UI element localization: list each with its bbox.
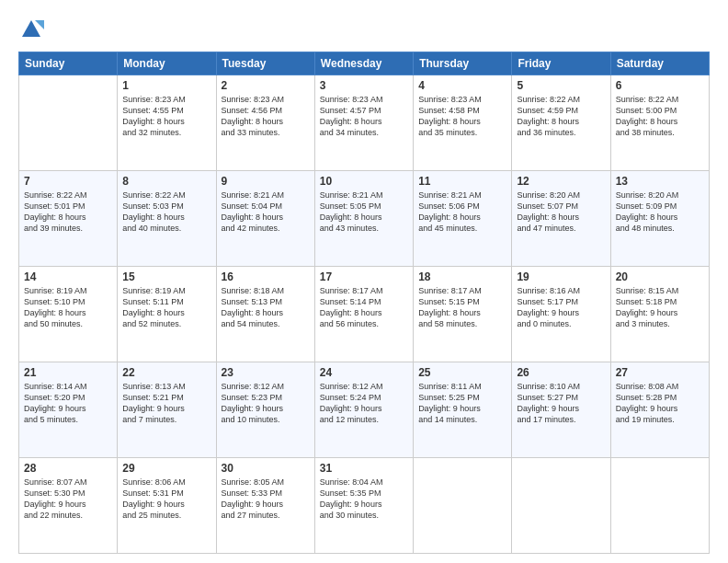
day-number: 30 [222,462,310,475]
calendar-cell [610,458,709,554]
calendar-cell: 8Sunrise: 8:22 AM Sunset: 5:03 PM Daylig… [118,171,216,267]
day-info: Sunrise: 8:22 AM Sunset: 4:59 PM Dayligh… [517,94,605,139]
calendar-cell: 26Sunrise: 8:10 AM Sunset: 5:27 PM Dayli… [512,362,610,458]
day-info: Sunrise: 8:23 AM Sunset: 4:55 PM Dayligh… [122,94,210,139]
day-number: 5 [517,79,605,92]
day-number: 14 [24,270,112,283]
calendar-week-2: 7Sunrise: 8:22 AM Sunset: 5:01 PM Daylig… [19,171,710,267]
calendar-cell: 23Sunrise: 8:12 AM Sunset: 5:23 PM Dayli… [216,362,314,458]
calendar-cell: 27Sunrise: 8:08 AM Sunset: 5:28 PM Dayli… [610,362,709,458]
day-number: 15 [122,270,210,283]
day-number: 2 [222,79,310,92]
calendar-cell: 31Sunrise: 8:04 AM Sunset: 5:35 PM Dayli… [314,458,413,554]
day-info: Sunrise: 8:23 AM Sunset: 4:58 PM Dayligh… [418,94,506,139]
calendar-cell: 7Sunrise: 8:22 AM Sunset: 5:01 PM Daylig… [19,171,118,267]
day-number: 29 [122,462,210,475]
day-info: Sunrise: 8:21 AM Sunset: 5:04 PM Dayligh… [222,190,310,235]
day-info: Sunrise: 8:22 AM Sunset: 5:00 PM Dayligh… [616,94,704,139]
day-number: 19 [517,270,605,283]
calendar-cell: 22Sunrise: 8:13 AM Sunset: 5:21 PM Dayli… [118,362,216,458]
calendar-cell: 19Sunrise: 8:16 AM Sunset: 5:17 PM Dayli… [512,267,610,362]
calendar-cell: 14Sunrise: 8:19 AM Sunset: 5:10 PM Dayli… [19,267,118,362]
day-number: 10 [320,175,408,188]
calendar-cell [414,458,512,554]
calendar-cell: 16Sunrise: 8:18 AM Sunset: 5:13 PM Dayli… [216,267,314,362]
day-number: 6 [616,79,704,92]
day-info: Sunrise: 8:22 AM Sunset: 5:03 PM Dayligh… [122,190,210,235]
calendar-cell: 21Sunrise: 8:14 AM Sunset: 5:20 PM Dayli… [19,362,118,458]
day-number: 3 [320,79,408,92]
svg-marker-1 [35,20,44,29]
day-info: Sunrise: 8:10 AM Sunset: 5:27 PM Dayligh… [517,381,605,426]
calendar-cell: 20Sunrise: 8:15 AM Sunset: 5:18 PM Dayli… [610,267,709,362]
day-number: 1 [122,79,210,92]
calendar-cell: 17Sunrise: 8:17 AM Sunset: 5:14 PM Dayli… [314,267,413,362]
day-info: Sunrise: 8:21 AM Sunset: 5:05 PM Dayligh… [320,190,408,235]
calendar-header-saturday: Saturday [610,52,709,75]
day-info: Sunrise: 8:16 AM Sunset: 5:17 PM Dayligh… [517,285,605,330]
day-number: 23 [222,366,310,379]
day-number: 16 [222,270,310,283]
day-info: Sunrise: 8:20 AM Sunset: 5:07 PM Dayligh… [517,190,605,235]
calendar-header-monday: Monday [118,52,216,75]
day-info: Sunrise: 8:22 AM Sunset: 5:01 PM Dayligh… [24,190,112,235]
logo [18,17,48,42]
calendar-cell [19,75,118,171]
calendar-cell: 18Sunrise: 8:17 AM Sunset: 5:15 PM Dayli… [414,267,512,362]
day-number: 31 [320,462,408,475]
day-number: 22 [122,366,210,379]
day-info: Sunrise: 8:13 AM Sunset: 5:21 PM Dayligh… [122,381,210,426]
calendar-week-1: 1Sunrise: 8:23 AM Sunset: 4:55 PM Daylig… [19,75,710,171]
day-info: Sunrise: 8:04 AM Sunset: 5:35 PM Dayligh… [320,477,408,522]
day-info: Sunrise: 8:21 AM Sunset: 5:06 PM Dayligh… [418,190,506,235]
calendar-cell: 24Sunrise: 8:12 AM Sunset: 5:24 PM Dayli… [314,362,413,458]
calendar-cell: 30Sunrise: 8:05 AM Sunset: 5:33 PM Dayli… [216,458,314,554]
day-info: Sunrise: 8:20 AM Sunset: 5:09 PM Dayligh… [616,190,704,235]
day-number: 18 [418,270,506,283]
day-number: 7 [24,175,112,188]
day-info: Sunrise: 8:19 AM Sunset: 5:11 PM Dayligh… [122,285,210,330]
calendar-header-friday: Friday [512,52,610,75]
day-info: Sunrise: 8:23 AM Sunset: 4:56 PM Dayligh… [222,94,310,139]
day-number: 11 [418,175,506,188]
calendar-header-sunday: Sunday [19,52,118,75]
day-info: Sunrise: 8:08 AM Sunset: 5:28 PM Dayligh… [616,381,704,426]
page: SundayMondayTuesdayWednesdayThursdayFrid… [0,0,728,563]
calendar-cell: 25Sunrise: 8:11 AM Sunset: 5:25 PM Dayli… [414,362,512,458]
calendar-cell: 6Sunrise: 8:22 AM Sunset: 5:00 PM Daylig… [610,75,709,171]
day-number: 4 [418,79,506,92]
calendar-cell: 10Sunrise: 8:21 AM Sunset: 5:05 PM Dayli… [314,171,413,267]
day-info: Sunrise: 8:06 AM Sunset: 5:31 PM Dayligh… [122,477,210,522]
calendar-cell: 12Sunrise: 8:20 AM Sunset: 5:07 PM Dayli… [512,171,610,267]
day-number: 24 [320,366,408,379]
day-info: Sunrise: 8:12 AM Sunset: 5:23 PM Dayligh… [222,381,310,426]
calendar-week-5: 28Sunrise: 8:07 AM Sunset: 5:30 PM Dayli… [19,458,710,554]
day-number: 8 [122,175,210,188]
calendar-header-tuesday: Tuesday [216,52,314,75]
calendar-cell: 13Sunrise: 8:20 AM Sunset: 5:09 PM Dayli… [610,171,709,267]
day-number: 25 [418,366,506,379]
calendar-cell: 28Sunrise: 8:07 AM Sunset: 5:30 PM Dayli… [19,458,118,554]
day-number: 21 [24,366,112,379]
calendar-cell: 11Sunrise: 8:21 AM Sunset: 5:06 PM Dayli… [414,171,512,267]
calendar-cell: 5Sunrise: 8:22 AM Sunset: 4:59 PM Daylig… [512,75,610,171]
day-number: 20 [616,270,704,283]
logo-icon [18,17,44,42]
day-number: 9 [222,175,310,188]
day-info: Sunrise: 8:12 AM Sunset: 5:24 PM Dayligh… [320,381,408,426]
calendar-cell: 4Sunrise: 8:23 AM Sunset: 4:58 PM Daylig… [414,75,512,171]
day-info: Sunrise: 8:14 AM Sunset: 5:20 PM Dayligh… [24,381,112,426]
calendar-header-thursday: Thursday [414,52,512,75]
header [18,17,710,42]
day-info: Sunrise: 8:11 AM Sunset: 5:25 PM Dayligh… [418,381,506,426]
calendar-cell: 15Sunrise: 8:19 AM Sunset: 5:11 PM Dayli… [118,267,216,362]
day-number: 27 [616,366,704,379]
day-info: Sunrise: 8:15 AM Sunset: 5:18 PM Dayligh… [616,285,704,330]
calendar-cell: 2Sunrise: 8:23 AM Sunset: 4:56 PM Daylig… [216,75,314,171]
day-number: 13 [616,175,704,188]
day-info: Sunrise: 8:19 AM Sunset: 5:10 PM Dayligh… [24,285,112,330]
calendar-cell: 29Sunrise: 8:06 AM Sunset: 5:31 PM Dayli… [118,458,216,554]
calendar-cell: 3Sunrise: 8:23 AM Sunset: 4:57 PM Daylig… [314,75,413,171]
day-info: Sunrise: 8:05 AM Sunset: 5:33 PM Dayligh… [222,477,310,522]
day-info: Sunrise: 8:23 AM Sunset: 4:57 PM Dayligh… [320,94,408,139]
